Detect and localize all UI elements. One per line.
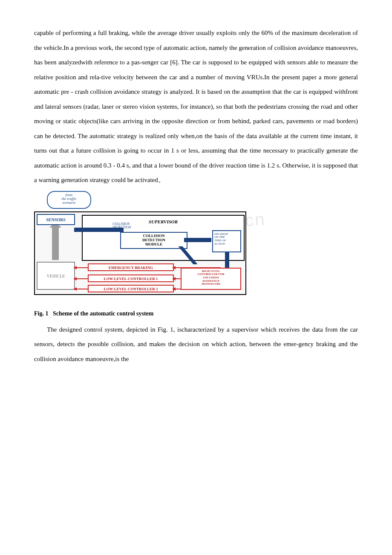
sensors-box: SENSORS xyxy=(37,214,75,225)
red-arrow-icon xyxy=(176,289,181,289)
supervisor-label: SUPERVISOR xyxy=(83,217,244,227)
red-arrow-icon xyxy=(176,278,181,279)
figure-diagram: from the traffic scenario ↓↓↓ SENSORS SU… xyxy=(34,194,247,304)
vehicle-to-sensors-arrow xyxy=(52,227,59,260)
connector-icon xyxy=(184,238,211,242)
supervisor-box: SUPERVISOR COLLISION DETECTION UNIT COLL… xyxy=(82,215,245,261)
low-level-controller-2-box: LOW LEVEL CONTROLLER 2 xyxy=(88,285,174,292)
red-arrow-icon xyxy=(176,267,221,268)
red-arrow-icon xyxy=(77,278,88,279)
red-arrow-icon xyxy=(77,289,88,289)
body-paragraph-1: capable of performing a full braking, wh… xyxy=(34,26,358,188)
scenario-label: from the traffic scenario xyxy=(47,191,91,209)
vehicle-box: VEHICLE xyxy=(37,262,75,290)
low-level-controller-1-box: LOW LEVEL CONTROLLER 1 xyxy=(88,275,174,282)
connector-icon xyxy=(74,228,124,232)
figure-caption-text: Scheme of the automatic control system xyxy=(53,310,154,317)
figure-label: Fig. 1 xyxy=(34,310,48,317)
red-arrow-icon xyxy=(77,267,88,268)
body-paragraph-2: The designed control system, depicted in… xyxy=(34,322,358,367)
figure-caption: Fig. 1 Scheme of the automatic control s… xyxy=(34,307,358,321)
figure-1: from the traffic scenario ↓↓↓ SENSORS SU… xyxy=(34,194,358,321)
emergency-braking-box: EMERGENCY BRAKING xyxy=(88,263,174,271)
connector-icon xyxy=(225,252,229,268)
high-level-controller-box: HIGH LEVEL CONTROLLER FOR COLLISION AVOI… xyxy=(181,268,241,290)
cdm-box: COLLISION DETECTION MODULE xyxy=(120,232,187,249)
decision-box: DECISION ON THE TYPE OF ACTION xyxy=(212,230,241,252)
